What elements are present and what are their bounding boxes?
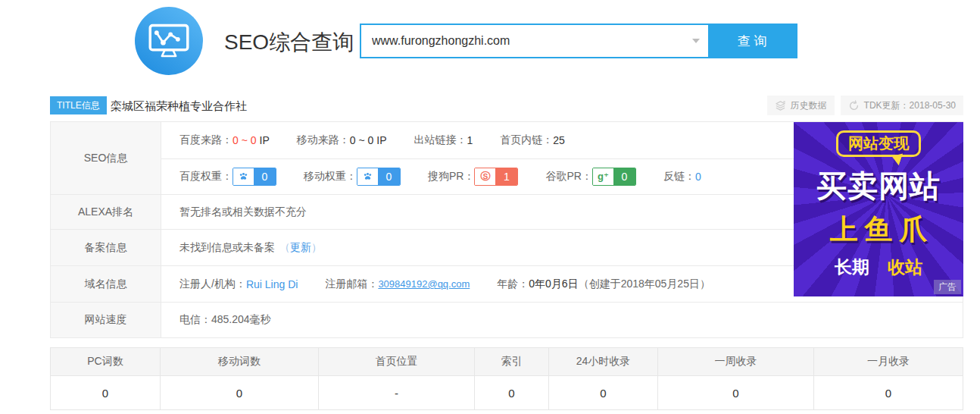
mobile-traffic-label: 移动来路：: [297, 133, 350, 147]
stats-value-cell: 0: [51, 376, 161, 409]
baidu-weight-badge[interactable]: 0: [233, 168, 276, 186]
icp-value: 未找到信息或未备案: [179, 241, 275, 255]
baidu-weight-label: 百度权重：: [179, 170, 233, 183]
paren-close: ）: [311, 241, 322, 255]
tdk-update-label: TDK更新：2018-05-30: [864, 99, 956, 112]
ad-bubble-text: 网站变现: [836, 130, 921, 157]
stats-value-cell: 0: [161, 376, 319, 409]
domain-age-value: 0年0月6日: [529, 278, 578, 291]
homepage-inlinks-value: 25: [553, 134, 565, 146]
mobile-weight-label: 移动权重：: [304, 170, 357, 183]
domain-age: 年龄： 0年0月6日 （创建于2018年05月25日）: [497, 278, 710, 291]
url-dropdown-toggle[interactable]: [684, 25, 708, 57]
url-search-input[interactable]: [361, 25, 684, 57]
sogou-pr: 搜狗PR： Ⓢ 1: [428, 168, 518, 186]
page-title: SEO综合查询: [224, 28, 354, 57]
baidu-traffic-unit: IP: [260, 134, 270, 146]
stats-table: PC词数 移动词数 首页位置 索引 24小时收录 一周收录 一月收录 0 0 -…: [50, 347, 963, 410]
refresh-icon: [848, 100, 860, 111]
ad-bottom-left: 长期: [835, 257, 869, 277]
google-pr-label: 谷歌PR：: [545, 170, 591, 183]
stats-header-cell: 索引: [475, 348, 549, 375]
stats-header-cell: 一月收录: [814, 348, 963, 375]
mobile-traffic-value: 0 ~ 0: [350, 134, 374, 146]
row-label-icp: 备案信息: [51, 230, 161, 265]
monitor-chart-icon: [148, 23, 190, 59]
query-button[interactable]: 查 询: [708, 25, 796, 57]
register-email-label: 注册邮箱：: [325, 278, 378, 291]
app-logo: [135, 7, 203, 75]
mobile-weight-value: 0: [378, 168, 400, 185]
backlinks: 反链： 0: [663, 170, 701, 183]
google-pr-value: 0: [613, 168, 635, 185]
mobile-weight: 移动权重： 0: [304, 168, 401, 186]
title-info-badge: TITLE信息: [50, 96, 107, 114]
url-combo-box: [361, 25, 708, 57]
ad-headline: 买卖网站: [794, 165, 963, 207]
speed-value: 电信：485.204毫秒: [179, 313, 271, 327]
row-label-seo: SEO信息: [51, 122, 161, 194]
stats-header-cell: 一周收录: [658, 348, 814, 375]
icp-update-link[interactable]: 更新: [290, 241, 311, 255]
baidu-traffic-value: 0 ~ 0: [233, 134, 257, 146]
alexa-value: 暂无排名或相关数据不充分: [179, 205, 307, 219]
baidu-traffic-label: 百度来路：: [179, 133, 233, 147]
sogou-pr-label: 搜狗PR：: [428, 170, 474, 183]
registrant: 注册人/机构： Rui Ling Di: [179, 278, 298, 291]
url-search-group: 查 询: [360, 24, 797, 58]
stats-header-cell: 24小时收录: [549, 348, 658, 375]
registrant-label: 注册人/机构：: [179, 278, 246, 291]
stats-header-row: PC词数 移动词数 首页位置 索引 24小时收录 一周收录 一月收录: [51, 348, 963, 376]
register-email: 注册邮箱： 309849192@qq.com: [325, 278, 470, 291]
chevron-down-icon: [692, 39, 700, 43]
ad-subline: 上鱼爪: [794, 211, 963, 249]
stats-header-cell: PC词数: [51, 348, 161, 375]
stats-header-cell: 首页位置: [319, 348, 475, 375]
baidu-traffic: 百度来路： 0 ~ 0 IP: [179, 133, 270, 147]
ad-tag: 广告: [934, 280, 961, 294]
outbound-links-label: 出站链接：: [414, 133, 467, 147]
registrant-link[interactable]: Rui Ling Di: [246, 278, 298, 290]
baidu-weight-value: 0: [254, 168, 276, 185]
ad-bottom-line: 长期收站: [794, 256, 963, 279]
stats-value-cell: -: [319, 376, 475, 409]
history-data-label: 历史数据: [791, 99, 827, 112]
paren-open: （: [279, 241, 290, 255]
baidu-paw-icon: [233, 168, 254, 185]
ad-bottom-right: 收站: [888, 257, 922, 277]
sogou-pr-badge[interactable]: Ⓢ 1: [474, 168, 518, 186]
homepage-inlinks: 首页内链： 25: [500, 133, 565, 147]
mobile-weight-badge[interactable]: 0: [357, 168, 401, 186]
baidu-weight: 百度权重： 0: [179, 168, 276, 186]
domain-age-label: 年龄：: [497, 278, 529, 291]
stats-value-cell: 0: [549, 376, 658, 409]
outbound-links-value: 1: [467, 134, 473, 146]
mobile-traffic: 移动来路： 0 ~ 0 IP: [297, 133, 387, 147]
stats-value-cell: 0: [475, 376, 549, 409]
sogou-s-icon: Ⓢ: [475, 168, 495, 185]
google-pr: 谷歌PR： g⁺ 0: [545, 168, 635, 186]
row-label-alexa: ALEXA排名: [51, 195, 161, 229]
google-plus-icon: g⁺: [593, 168, 613, 185]
mobile-traffic-unit: IP: [376, 134, 386, 146]
domain-created-value: （创建于2018年05月25日）: [579, 278, 710, 291]
backlinks-label: 反链：: [663, 170, 695, 183]
backlinks-value-link[interactable]: 0: [695, 171, 701, 183]
site-title: 栾城区福荣种植专业合作社: [111, 99, 247, 114]
register-email-link[interactable]: 309849192@qq.com: [378, 278, 470, 290]
speed-row: 网站速度 电信：485.204毫秒: [51, 303, 963, 337]
stats-value-cell: 0: [814, 376, 963, 409]
row-label-domain: 域名信息: [51, 266, 161, 302]
title-bar-actions: 历史数据 TDK更新：2018-05-30: [767, 96, 963, 115]
homepage-inlinks-label: 首页内链：: [500, 133, 553, 147]
ad-banner[interactable]: 网站变现 买卖网站 上鱼爪 长期收站 广告: [794, 122, 963, 296]
stats-value-row: 0 0 - 0 0 0 0: [51, 376, 963, 409]
baidu-paw-icon: [357, 168, 378, 185]
outbound-links: 出站链接： 1: [414, 133, 473, 147]
stats-value-cell: 0: [658, 376, 814, 409]
history-data-button[interactable]: 历史数据: [767, 96, 835, 115]
sogou-pr-value: 1: [495, 168, 517, 185]
tdk-update-button[interactable]: TDK更新：2018-05-30: [841, 96, 963, 115]
stats-header-cell: 移动词数: [161, 348, 319, 375]
google-plus-icon-badge[interactable]: g⁺ 0: [592, 168, 636, 186]
